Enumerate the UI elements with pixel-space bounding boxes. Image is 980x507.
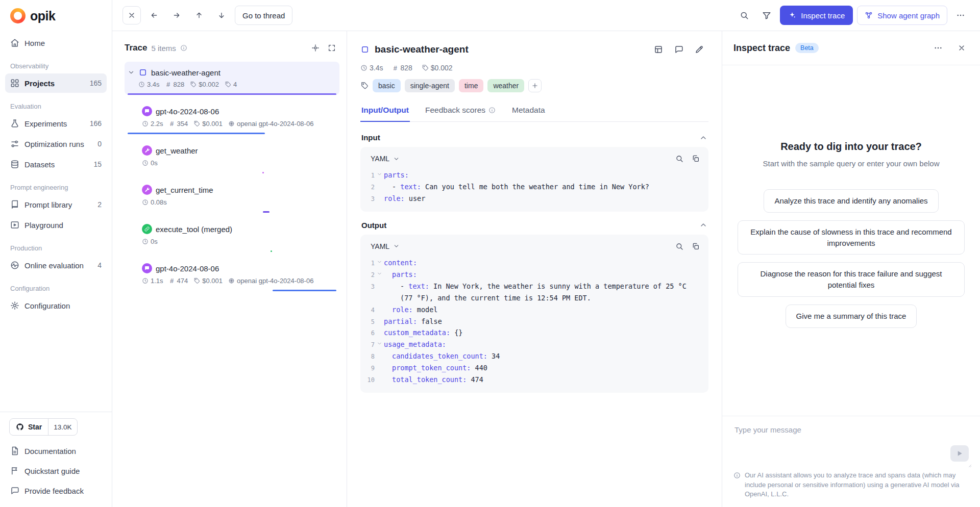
layout-view-button[interactable] bbox=[649, 40, 668, 59]
flask-icon bbox=[10, 119, 19, 128]
pencil-icon bbox=[695, 45, 704, 54]
previous-span-button[interactable] bbox=[190, 6, 208, 24]
topbar: Go to thread Inspect trace Show agent gr… bbox=[112, 0, 980, 31]
clock-icon bbox=[360, 64, 368, 71]
fold-icon[interactable] bbox=[375, 339, 384, 346]
tab-metadata[interactable]: Metadata bbox=[511, 100, 546, 121]
ellipsis-icon bbox=[934, 43, 943, 53]
sidebar-item-optimization-runs[interactable]: Optimization runs 0 bbox=[5, 134, 107, 154]
fold-icon[interactable] bbox=[375, 169, 384, 177]
collapse-input-button[interactable] bbox=[699, 134, 707, 142]
suggestion-summary[interactable]: Give me a summary of this trace bbox=[786, 305, 917, 328]
sidebar-item-provide-feedback[interactable]: Provide feedback bbox=[5, 481, 107, 500]
suggestion-anomalies[interactable]: Analyze this trace and identify any anom… bbox=[764, 189, 938, 213]
tag-single-agent[interactable]: single-agent bbox=[405, 79, 455, 92]
trace-duration: 3.4s bbox=[370, 64, 383, 72]
sidebar-section-observability: Observability bbox=[10, 62, 102, 70]
trace-row-get-weather[interactable]: get_weather 0s bbox=[125, 139, 339, 173]
inspect-panel-title: Inspect trace bbox=[733, 43, 790, 54]
copy-output-button[interactable] bbox=[688, 239, 703, 254]
message-input[interactable] bbox=[733, 421, 969, 466]
search-icon bbox=[675, 155, 683, 163]
collapse-output-button[interactable] bbox=[699, 221, 707, 229]
expand-icon bbox=[328, 44, 336, 52]
trace-row-gpt-4o-1[interactable]: gpt-4o-2024-08-06 2.2s #354 $0.001 opena… bbox=[125, 100, 339, 134]
tag-weather[interactable]: weather bbox=[487, 79, 524, 92]
trace-type-icon bbox=[138, 68, 148, 77]
ai-disclaimer: Our AI assistant allows you to analyze t… bbox=[722, 468, 980, 507]
sliders-icon bbox=[10, 139, 19, 148]
span-model: openai gpt-4o-2024-08-06 bbox=[237, 120, 313, 128]
sidebar-item-home[interactable]: Home bbox=[5, 33, 107, 53]
sidebar-item-projects[interactable]: Projects 165 bbox=[5, 73, 107, 93]
close-trace-button[interactable] bbox=[122, 6, 141, 24]
message-composer bbox=[722, 416, 980, 468]
gear-icon bbox=[10, 301, 19, 310]
fold-icon[interactable] bbox=[375, 269, 384, 276]
go-to-thread-button[interactable]: Go to thread bbox=[235, 6, 292, 25]
trace-row-basic-weather-agent[interactable]: basic-weather-agent 3.4s #828 $0.002 4 bbox=[125, 62, 339, 95]
opik-logo[interactable]: opik bbox=[0, 7, 112, 33]
edit-button[interactable] bbox=[690, 40, 708, 59]
focus-selected-button[interactable] bbox=[308, 40, 323, 56]
chat-bubble-icon bbox=[144, 265, 150, 271]
copy-input-button[interactable] bbox=[688, 151, 703, 166]
info-icon bbox=[180, 44, 187, 52]
chevron-down-icon[interactable] bbox=[128, 69, 135, 76]
input-format-select[interactable]: YAML bbox=[366, 151, 404, 166]
next-span-button[interactable] bbox=[212, 6, 231, 24]
feedback-bubble-icon bbox=[10, 486, 19, 495]
previous-trace-button[interactable] bbox=[145, 6, 163, 24]
comments-button[interactable] bbox=[670, 40, 688, 59]
add-tag-button[interactable] bbox=[528, 79, 542, 92]
expand-tree-button[interactable] bbox=[324, 40, 339, 56]
sidebar-item-experiments[interactable]: Experiments 166 bbox=[5, 114, 107, 133]
input-section: Input YAML 1parts: 2 bbox=[360, 124, 708, 212]
star-label: Star bbox=[28, 423, 42, 431]
sidebar-item-datasets[interactable]: Datasets 15 bbox=[5, 155, 107, 174]
search-in-output-button[interactable] bbox=[672, 239, 687, 254]
suggestion-failure[interactable]: Diagnose the reason for this trace failu… bbox=[738, 262, 965, 297]
inspect-trace-button[interactable]: Inspect trace bbox=[780, 6, 853, 25]
next-trace-button[interactable] bbox=[167, 6, 186, 24]
close-inspect-button[interactable] bbox=[952, 39, 971, 57]
flag-icon bbox=[10, 466, 19, 475]
show-agent-graph-button[interactable]: Show agent graph bbox=[857, 6, 947, 25]
resize-handle[interactable] bbox=[966, 462, 972, 468]
empty-state-subtitle: Start with the sample query or enter you… bbox=[763, 159, 939, 168]
send-message-button[interactable] bbox=[950, 445, 969, 462]
fold-icon[interactable] bbox=[375, 257, 384, 265]
search-button[interactable] bbox=[735, 6, 753, 24]
item-count: 165 bbox=[90, 79, 102, 87]
search-in-input-button[interactable] bbox=[672, 151, 687, 166]
filter-button[interactable] bbox=[757, 6, 776, 24]
sidebar-item-configuration[interactable]: Configuration bbox=[5, 296, 107, 315]
github-star-button[interactable]: Star 13.0K bbox=[9, 418, 78, 436]
input-code-card: YAML 1parts: 2- text: Can you tell me bo… bbox=[360, 147, 708, 212]
trace-row-gpt-4o-2[interactable]: gpt-4o-2024-08-06 1.1s #474 $0.001 opena… bbox=[125, 257, 339, 291]
tab-feedback-scores[interactable]: Feedback scores bbox=[424, 100, 497, 121]
inspect-more-button[interactable] bbox=[929, 39, 947, 57]
sidebar-item-documentation[interactable]: Documentation bbox=[5, 441, 107, 461]
item-count: 2 bbox=[97, 200, 102, 209]
output-format-select[interactable]: YAML bbox=[366, 239, 404, 253]
tab-input-output[interactable]: Input/Output bbox=[360, 100, 410, 121]
trace-panel-title: Trace bbox=[125, 43, 147, 53]
tag-time[interactable]: time bbox=[459, 79, 483, 92]
plus-icon bbox=[531, 82, 538, 89]
item-count: 15 bbox=[93, 160, 102, 168]
star-count-badge: 13.0K bbox=[48, 419, 77, 435]
trace-row-execute-tool-merged[interactable]: execute_tool (merged) 0s bbox=[125, 218, 339, 252]
tag-basic[interactable]: basic bbox=[373, 79, 401, 92]
sidebar-item-prompt-library[interactable]: Prompt library 2 bbox=[5, 195, 107, 214]
cost-tag-icon bbox=[193, 277, 200, 284]
sidebar-item-online-evaluation[interactable]: Online evaluation 4 bbox=[5, 256, 107, 275]
sidebar-item-playground[interactable]: Playground bbox=[5, 215, 107, 235]
more-actions-button[interactable] bbox=[951, 6, 970, 24]
sidebar-item-quickstart-guide[interactable]: Quickstart guide bbox=[5, 461, 107, 480]
crosshair-icon bbox=[311, 44, 320, 52]
trace-row-get-current-time[interactable]: get_current_time 0.08s bbox=[125, 179, 339, 213]
span-duration: 1.1s bbox=[151, 277, 163, 285]
suggestion-slowness[interactable]: Explain the cause of slowness in this tr… bbox=[738, 220, 965, 255]
chevron-down-icon bbox=[393, 243, 400, 249]
